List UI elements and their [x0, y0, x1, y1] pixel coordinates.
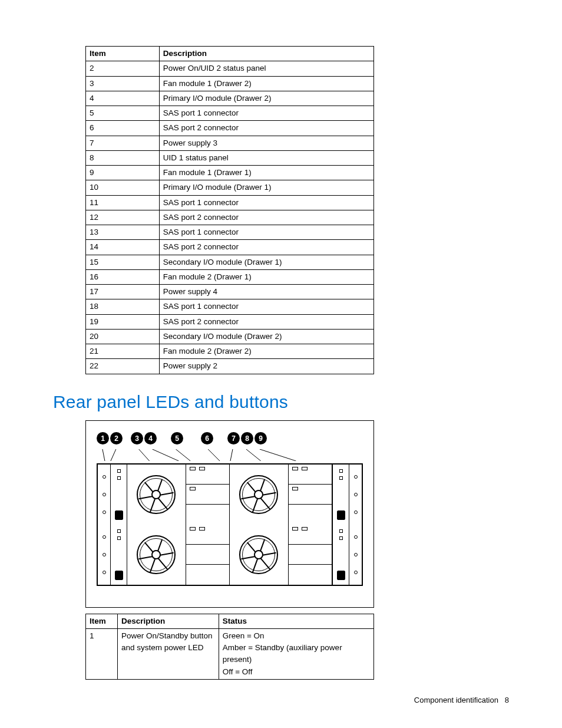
t1-header-description: Description: [159, 47, 373, 61]
table-row: 17Power supply 4: [86, 285, 374, 299]
cell-item: 5: [86, 106, 160, 121]
fan-icon: [230, 465, 289, 525]
cell-item: 4: [86, 91, 160, 106]
cell-description: Power supply 3: [159, 136, 373, 150]
section-heading: Rear panel LEDs and buttons: [53, 392, 509, 412]
cell-item: 2: [86, 61, 160, 76]
psu-icon: [332, 465, 349, 525]
table-row: 11SAS port 1 connector: [86, 195, 374, 210]
cell-item: 14: [86, 240, 160, 255]
table-row: 15Secondary I/O module (Drawer 1): [86, 255, 374, 269]
table-row: 19SAS port 2 connector: [86, 314, 374, 329]
table-row: 2Power On/UID 2 status panel: [86, 61, 374, 76]
svg-line-6: [230, 449, 233, 461]
cell-item: 21: [86, 344, 160, 359]
t1-header-item: Item: [86, 47, 160, 61]
callout-number: 2: [110, 432, 123, 444]
page-footer: Component identification 8: [414, 696, 509, 704]
table-row: 9Fan module 1 (Drawer 1): [86, 166, 374, 180]
table-row: 10Primary I/O module (Drawer 1): [86, 180, 374, 195]
cell-item: 20: [86, 329, 160, 344]
t2-header-item: Item: [86, 614, 118, 628]
svg-line-8: [260, 449, 296, 461]
psu-icon: [332, 525, 349, 585]
cell-description: Fan module 1 (Drawer 1): [159, 166, 373, 180]
cell-item: 15: [86, 255, 160, 269]
table-row: 18SAS port 1 connector: [86, 299, 374, 314]
callout-number: 3: [131, 432, 143, 444]
led-table: Item Description Status 1Power On/Standb…: [85, 614, 509, 680]
cell-description: SAS port 1 connector: [159, 195, 373, 210]
io-module-icon: [186, 525, 229, 585]
svg-line-2: [139, 449, 150, 461]
cell-item: 11: [86, 195, 160, 210]
cell-description: Primary I/O module (Drawer 1): [159, 180, 373, 195]
cell-description: Fan module 2 (Drawer 2): [159, 344, 373, 359]
cell-item: 10: [86, 180, 160, 195]
table-row: 1Power On/Standby button and system powe…: [86, 628, 374, 679]
callout-number: 7: [227, 432, 240, 444]
table-row: 4Primary I/O module (Drawer 2): [86, 91, 374, 106]
component-table-1: Item Description 2Power On/UID 2 status …: [85, 46, 509, 374]
cell-description: SAS port 2 connector: [159, 314, 373, 329]
callout-number: 5: [171, 432, 183, 444]
callout-number: 9: [254, 432, 267, 444]
svg-line-3: [153, 449, 179, 461]
callout-number: 8: [241, 432, 253, 444]
cell-item: 6: [86, 121, 160, 136]
cell-item: 19: [86, 314, 160, 329]
cell-item: 22: [86, 359, 160, 374]
table-row: 13SAS port 1 connector: [86, 225, 374, 240]
cell-item: 9: [86, 166, 160, 180]
cell-description: SAS port 2 connector: [159, 210, 373, 225]
t2-header-status: Status: [219, 614, 373, 628]
cell-item: 18: [86, 299, 160, 314]
callout-number: 6: [201, 432, 213, 444]
cell-description: Fan module 2 (Drawer 1): [159, 269, 373, 284]
cell-description: Secondary I/O module (Drawer 1): [159, 255, 373, 269]
fan-icon: [127, 465, 186, 525]
cell-item: 16: [86, 269, 160, 284]
cell-description: SAS port 2 connector: [159, 240, 373, 255]
cell-item: 1: [86, 628, 118, 679]
svg-line-0: [103, 449, 105, 461]
svg-line-4: [176, 449, 190, 461]
svg-line-7: [246, 449, 261, 461]
chassis-drawing: [97, 463, 363, 586]
footer-page-number: 8: [505, 696, 509, 704]
cell-status: Green = On Amber = Standby (auxiliary po…: [219, 628, 373, 679]
cell-description: SAS port 1 connector: [159, 225, 373, 240]
cell-description: SAS port 1 connector: [159, 106, 373, 121]
table-row: 3Fan module 1 (Drawer 2): [86, 76, 374, 91]
rail-left: [98, 465, 111, 525]
cell-description: Power On/UID 2 status panel: [159, 61, 373, 76]
table-row: 8UID 1 status panel: [86, 150, 374, 165]
footer-section: Component identification: [414, 696, 498, 704]
cell-item: 7: [86, 136, 160, 150]
cell-description: Power supply 4: [159, 285, 373, 299]
io-module-icon: [186, 465, 229, 525]
psu-icon: [111, 525, 127, 585]
table-row: 21Fan module 2 (Drawer 2): [86, 344, 374, 359]
io-module-icon: [289, 525, 332, 585]
cell-item: 17: [86, 285, 160, 299]
table-row: 22Power supply 2: [86, 359, 374, 374]
cell-item: 12: [86, 210, 160, 225]
rear-panel-diagram: 123456789: [85, 420, 374, 608]
io-module-icon: [289, 465, 332, 525]
table-row: 5SAS port 1 connector: [86, 106, 374, 121]
cell-description: Power supply 2: [159, 359, 373, 374]
cell-description: Fan module 1 (Drawer 2): [159, 76, 373, 91]
callout-number: 4: [144, 432, 157, 444]
callout-number: 1: [97, 432, 109, 444]
fan-icon: [230, 525, 289, 585]
cell-description: Power On/Standby button and system power…: [117, 628, 219, 679]
rail-right: [349, 525, 362, 585]
table-row: 6SAS port 2 connector: [86, 121, 374, 136]
rail-right: [349, 465, 362, 525]
rail-left: [98, 525, 111, 585]
cell-description: SAS port 1 connector: [159, 299, 373, 314]
psu-icon: [111, 465, 127, 525]
svg-line-5: [208, 449, 220, 461]
cell-item: 3: [86, 76, 160, 91]
